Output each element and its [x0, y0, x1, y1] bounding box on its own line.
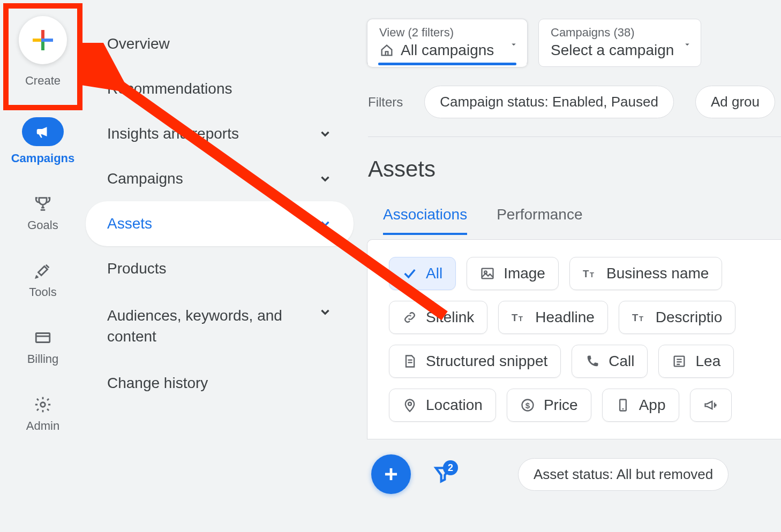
asset-chip-headline[interactable]: TT Headline: [498, 301, 608, 334]
asset-chip-structured-snippet[interactable]: Structured snippet: [389, 345, 561, 378]
svg-text:T: T: [639, 315, 643, 323]
svg-text:T: T: [583, 268, 589, 279]
nav-campaigns[interactable]: Campaigns: [86, 156, 354, 201]
create-button[interactable]: [19, 16, 67, 64]
asset-chip-price[interactable]: $ Price: [507, 389, 591, 422]
asset-chip-call[interactable]: Call: [572, 345, 648, 378]
phone-icon: [585, 354, 600, 369]
caret-down-icon: [682, 40, 692, 49]
main-panel: View (2 filters) All campaigns Campaigns…: [367, 19, 781, 494]
card-icon: [34, 329, 52, 347]
text-icon: TT: [583, 266, 598, 281]
tab-associations[interactable]: Associations: [383, 206, 467, 235]
left-rail: Create Campaigns Goals Tools Billing Adm…: [0, 0, 86, 532]
create-label: Create: [25, 74, 61, 88]
asset-chip-lead[interactable]: Lea: [658, 345, 734, 378]
rail-item-tools[interactable]: Tools: [29, 262, 56, 299]
home-icon: [379, 43, 394, 58]
asset-chip-sitelink[interactable]: Sitelink: [389, 301, 487, 334]
page-title: Assets: [367, 156, 781, 182]
dollar-icon: $: [520, 398, 535, 413]
text-icon: TT: [512, 310, 527, 325]
plus-icon: [381, 464, 401, 484]
svg-point-7: [41, 402, 46, 407]
nav-overview[interactable]: Overview: [86, 21, 354, 66]
nav-change-history[interactable]: Change history: [86, 361, 354, 406]
svg-text:T: T: [519, 315, 523, 323]
view-selector[interactable]: View (2 filters) All campaigns: [367, 19, 528, 67]
megaphone-icon: [703, 398, 718, 413]
chevron-down-icon: [318, 172, 332, 186]
svg-rect-3: [44, 39, 53, 42]
asset-chip-image[interactable]: Image: [467, 257, 559, 290]
svg-text:T: T: [632, 312, 639, 323]
asset-type-panel: All Image TT Business name Sitelink TT H…: [367, 239, 781, 439]
campaign-selector[interactable]: Campaigns (38) Select a campaign: [538, 19, 701, 67]
nav-audiences-keywords[interactable]: Audiences, keywords, and content: [86, 291, 354, 361]
asset-chip-promotion[interactable]: [690, 389, 732, 422]
svg-rect-0: [41, 30, 44, 39]
svg-text:T: T: [512, 312, 518, 323]
nav-products[interactable]: Products: [86, 246, 354, 291]
nav-assets[interactable]: Assets: [86, 201, 354, 246]
rail-item-goals[interactable]: Goals: [27, 195, 58, 232]
rail-item-admin[interactable]: Admin: [26, 396, 59, 433]
link-icon: [402, 310, 417, 325]
nav-recommendations[interactable]: Recommendations: [86, 66, 354, 111]
svg-rect-2: [33, 39, 41, 42]
rail-item-campaigns[interactable]: Campaigns: [11, 117, 75, 165]
filters-label: Filters: [368, 95, 403, 110]
chevron-down-icon: [318, 127, 332, 141]
svg-rect-8: [482, 269, 493, 279]
filter-count-badge: 2: [443, 460, 458, 475]
svg-rect-4: [41, 39, 44, 42]
asset-chip-all[interactable]: All: [389, 257, 456, 290]
svg-rect-5: [36, 333, 50, 343]
plus-multicolor-icon: [31, 28, 55, 52]
caret-down-icon: [509, 40, 519, 49]
add-asset-button[interactable]: [371, 454, 411, 494]
gear-icon: [34, 396, 52, 414]
filter-chip-adgroup[interactable]: Ad grou: [695, 86, 775, 118]
check-icon: [402, 266, 417, 281]
text-icon: TT: [632, 310, 647, 325]
asset-chip-app[interactable]: App: [602, 389, 679, 422]
asset-chip-business-name[interactable]: TT Business name: [569, 257, 722, 290]
asset-chip-description[interactable]: TT Descriptio: [619, 301, 735, 334]
divider: [368, 136, 781, 137]
rail-item-billing[interactable]: Billing: [27, 329, 59, 366]
tools-icon: [34, 262, 52, 280]
assets-tabs: Associations Performance: [367, 206, 781, 235]
pin-icon: [402, 398, 417, 413]
svg-rect-1: [41, 42, 44, 50]
filter-chip-campaign-status[interactable]: Campaign status: Enabled, Paused: [424, 86, 674, 118]
filter-button[interactable]: 2: [432, 463, 454, 485]
nav-insights-reports[interactable]: Insights and reports: [86, 111, 354, 156]
image-icon: [480, 266, 495, 281]
secondary-nav: Overview Recommendations Insights and re…: [86, 21, 354, 406]
svg-text:$: $: [525, 401, 530, 410]
chevron-down-icon: [318, 217, 332, 231]
mobile-icon: [615, 398, 630, 413]
megaphone-icon: [34, 123, 52, 141]
asset-chip-location[interactable]: Location: [389, 389, 496, 422]
svg-text:T: T: [590, 271, 594, 279]
trophy-icon: [34, 195, 52, 213]
list-icon: [672, 354, 687, 369]
chevron-down-icon: [318, 305, 332, 319]
asset-status-chip[interactable]: Asset status: All but removed: [518, 458, 729, 491]
document-icon: [402, 354, 417, 369]
tab-performance[interactable]: Performance: [497, 206, 582, 235]
svg-point-22: [408, 402, 411, 406]
